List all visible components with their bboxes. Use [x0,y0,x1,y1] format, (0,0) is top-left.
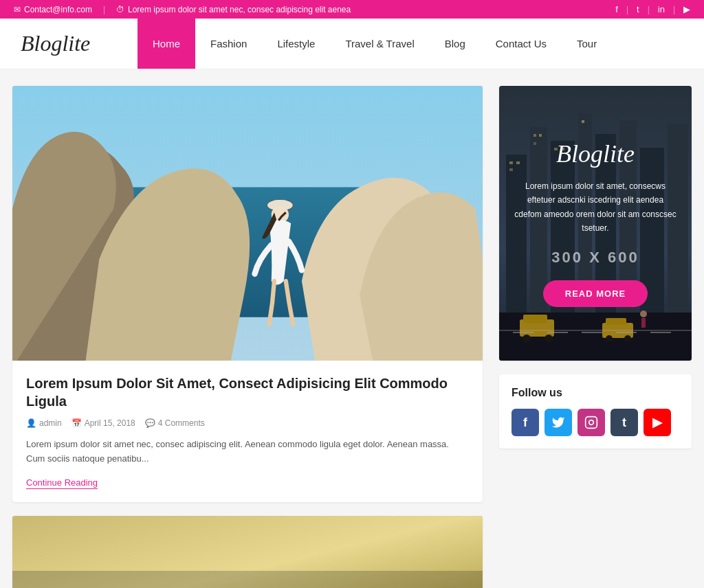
post-comments: 💬 4 Comments [145,418,205,428]
nav-lifestyle[interactable]: Lifestyle [262,19,330,69]
twitter-icon[interactable] [544,409,572,436]
site-logo[interactable]: Bloglite [21,31,90,56]
facebook-top-link[interactable]: f [615,4,618,14]
svg-rect-5 [12,571,483,588]
email-info: ✉ Contact@info.com [14,5,92,14]
ad-logo: Bloglite [556,139,635,168]
continue-reading-link[interactable]: Continue Reading [26,477,98,489]
post-svg [12,86,483,361]
top-bar-left: ✉ Contact@info.com | ⏱ Lorem ipsum dolor… [14,5,351,14]
content-area: Lorem Ipsum Dolor Sit Amet, Consect Adip… [12,86,483,588]
nav-tour[interactable]: Tour [562,19,612,69]
ad-text: Lorem ipsum dolor sit amet, consecws eft… [513,179,678,236]
youtube-icon[interactable]: ▶ [644,409,671,436]
instagram-icon[interactable] [578,409,605,436]
post-body-1: Lorem Ipsum Dolor Sit Amet, Consect Adip… [12,361,483,502]
ad-read-more-button[interactable]: READ MORE [543,280,648,307]
follow-title: Follow us [512,387,679,399]
twitter-svg [551,416,565,429]
nav-contact[interactable]: Contact Us [481,19,562,69]
ad-size: 300 X 600 [551,249,639,267]
post-date: 📅 April 15, 2018 [72,418,135,428]
tumblr-icon[interactable]: t [610,409,638,436]
main-nav: Home Fashion Lifestyle Travel & Travel B… [138,19,704,69]
post-meta-1: 👤 admin 📅 April 15, 2018 💬 4 Comments [26,418,469,428]
follow-section: Follow us f t ▶ [499,374,692,449]
tagline: ⏱ Lorem ipsum dolor sit amet nec, consec… [116,5,351,14]
post-title-1: Lorem Ipsum Dolor Sit Amet, Consect Adip… [26,374,469,410]
svg-rect-41 [586,417,597,429]
top-bar-social: f | t | in | ▶ [615,4,690,14]
clock-icon: ⏱ [116,5,124,14]
post-card-2 [12,516,483,588]
nav-blog[interactable]: Blog [430,19,481,69]
nav-fashion[interactable]: Fashion [195,19,262,69]
post2-svg [12,516,483,588]
top-bar: ✉ Contact@info.com | ⏱ Lorem ipsum dolor… [0,0,704,19]
post-card-1: Lorem Ipsum Dolor Sit Amet, Consect Adip… [12,86,483,502]
post-excerpt-1: Lorem ipsum dolor sit amet nec, consec a… [26,438,469,466]
nav-travel[interactable]: Travel & Travel [330,19,429,69]
comment-icon: 💬 [145,418,155,428]
ad-image: Bloglite Lorem ipsum dolor sit amet, con… [499,86,692,361]
calendar-icon: 📅 [72,418,82,428]
twitter-top-link[interactable]: t [637,4,639,14]
post-image-1 [12,86,483,361]
main-container: Lorem Ipsum Dolor Sit Amet, Consect Adip… [0,69,704,588]
ad-overlay: Bloglite Lorem ipsum dolor sit amet, con… [499,86,692,361]
sidebar: Bloglite Lorem ipsum dolor sit amet, con… [499,86,692,588]
user-icon: 👤 [26,418,36,428]
top-divider: | [103,5,105,14]
email-icon: ✉ [14,5,21,14]
post-landscape-bg [12,86,483,361]
social-icons-row: f t ▶ [512,409,679,436]
post-image-2 [12,516,483,588]
header: Bloglite Home Fashion Lifestyle Travel &… [0,19,704,69]
youtube-top-link[interactable]: ▶ [683,4,690,14]
logo-area: Bloglite [0,19,138,69]
sidebar-ad: Bloglite Lorem ipsum dolor sit amet, con… [499,86,692,361]
facebook-icon[interactable]: f [512,409,539,436]
instagram-svg [584,416,598,429]
nav-home[interactable]: Home [138,19,195,69]
linkedin-top-link[interactable]: in [658,4,665,14]
post-author: 👤 admin [26,418,62,428]
